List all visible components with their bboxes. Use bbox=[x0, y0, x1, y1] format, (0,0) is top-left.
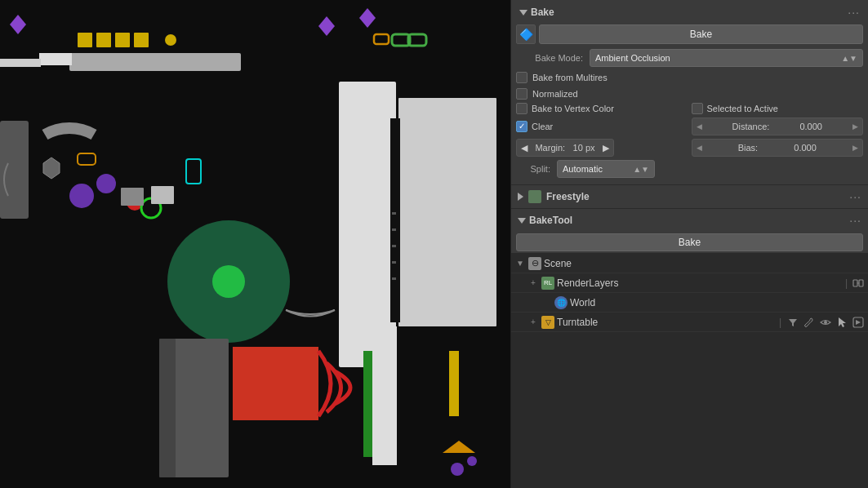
freestyle-header: Freestyle ··· bbox=[516, 187, 863, 206]
bake-mode-label: Bake Mode: bbox=[516, 53, 590, 63]
bake-to-vertex-col: Bake to Vertex Color bbox=[516, 103, 688, 114]
baketool-section: BakeTool ··· Bake bbox=[511, 209, 868, 254]
split-value: Automatic bbox=[563, 164, 603, 174]
baketool-collapse-icon[interactable] bbox=[518, 218, 526, 224]
world-icon: 🌐 bbox=[554, 296, 568, 309]
margin-col: ◀ Margin: 10 px ▶ bbox=[516, 139, 688, 157]
bake-section-header: Bake ··· bbox=[516, 3, 863, 21]
svg-rect-35 bbox=[159, 339, 176, 477]
distance-field[interactable]: ◀ Distance: 0.000 ▶ bbox=[692, 118, 864, 135]
margin-bias-row: ◀ Margin: 10 px ▶ ◀ Bias: 0.000 ▶ bbox=[516, 139, 863, 157]
selected-to-active-col: Selected to Active bbox=[692, 103, 864, 114]
svg-rect-36 bbox=[233, 347, 318, 420]
svg-rect-26 bbox=[392, 131, 398, 137]
tree-item-turntable[interactable]: + ▽ Turntable | bbox=[511, 313, 868, 332]
turntable-expand-icon[interactable]: + bbox=[527, 317, 539, 328]
freestyle-menu-dots[interactable]: ··· bbox=[849, 190, 861, 203]
svg-point-6 bbox=[165, 34, 176, 46]
margin-arrow-left-icon: ◀ bbox=[521, 143, 527, 153]
bake-icon-box: 🔷 bbox=[516, 24, 536, 44]
turntable-render-icon[interactable] bbox=[852, 316, 865, 329]
bias-label: Bias: bbox=[738, 143, 758, 153]
bake-mode-value: Ambient Occlusion bbox=[595, 53, 670, 63]
turntable-visibility-icon[interactable] bbox=[819, 316, 832, 329]
turntable-filter-icon[interactable] bbox=[786, 316, 799, 329]
svg-point-16 bbox=[96, 174, 116, 193]
svg-rect-4 bbox=[115, 33, 130, 47]
svg-point-50 bbox=[824, 321, 827, 324]
distance-value: 0.000 bbox=[799, 122, 822, 131]
split-row: Split: Automatic ▲▼ bbox=[516, 160, 863, 178]
svg-rect-21 bbox=[121, 188, 144, 206]
clear-checkbox[interactable] bbox=[516, 121, 527, 132]
scene-expand-icon[interactable]: ▼ bbox=[514, 258, 526, 269]
margin-label: Margin: bbox=[535, 143, 565, 153]
renderlayers-icon: RL bbox=[541, 277, 554, 290]
scene-label: Scene bbox=[544, 258, 865, 269]
normalized-label: Normalized bbox=[532, 89, 578, 99]
svg-rect-3 bbox=[96, 33, 111, 47]
svg-rect-29 bbox=[392, 212, 396, 215]
svg-point-41 bbox=[451, 463, 464, 476]
bake-button-row: 🔷 Bake bbox=[516, 24, 863, 44]
selected-to-active-label: Selected to Active bbox=[707, 104, 778, 113]
bake-icon: 🔷 bbox=[519, 28, 533, 41]
bake-section-title: Bake bbox=[519, 7, 554, 18]
split-label: Split: bbox=[516, 164, 557, 174]
svg-rect-37 bbox=[363, 351, 373, 457]
svg-rect-39 bbox=[372, 326, 397, 465]
bake-menu-dots[interactable]: ··· bbox=[848, 6, 860, 19]
svg-rect-47 bbox=[853, 280, 857, 286]
bake-from-multires-checkbox[interactable] bbox=[516, 72, 527, 83]
turntable-wrench-icon[interactable] bbox=[803, 316, 816, 329]
freestyle-section: Freestyle ··· bbox=[511, 185, 868, 209]
normalized-row: Normalized bbox=[516, 87, 863, 101]
distance-arrow-left-icon: ◀ bbox=[697, 122, 702, 131]
svg-rect-5 bbox=[134, 33, 149, 47]
baketool-menu-dots[interactable]: ··· bbox=[849, 214, 861, 227]
bias-col: ◀ Bias: 0.000 ▶ bbox=[692, 139, 864, 157]
bake-collapse-icon[interactable] bbox=[519, 10, 527, 16]
svg-rect-34 bbox=[171, 339, 229, 477]
svg-rect-22 bbox=[151, 186, 174, 204]
pipe-sep-1: | bbox=[845, 277, 848, 289]
bake-to-vertex-label: Bake to Vertex Color bbox=[532, 104, 614, 113]
turntable-icon: ▽ bbox=[541, 316, 554, 329]
bake-section: Bake ··· 🔷 Bake Bake Mode: Ambient Occlu… bbox=[511, 0, 868, 185]
tree-item-scene[interactable]: ▼ ⊖ Scene bbox=[511, 254, 868, 273]
svg-rect-28 bbox=[392, 163, 398, 170]
svg-rect-1 bbox=[69, 53, 241, 71]
outliner-section: ▼ ⊖ Scene + RL RenderLayers | 🌐 World bbox=[511, 254, 868, 488]
baketool-title-label: BakeTool bbox=[529, 215, 572, 226]
normalized-checkbox[interactable] bbox=[516, 88, 527, 100]
svg-point-42 bbox=[467, 456, 477, 466]
distance-label: Distance: bbox=[732, 122, 770, 131]
tree-item-renderlayers[interactable]: + RL RenderLayers | bbox=[511, 273, 868, 293]
svg-rect-43 bbox=[0, 121, 29, 219]
bake-to-vertex-checkbox[interactable] bbox=[516, 103, 527, 114]
bake-mode-arrow-icon: ▲▼ bbox=[841, 54, 857, 63]
svg-rect-2 bbox=[78, 33, 92, 47]
tree-item-world[interactable]: 🌐 World bbox=[511, 293, 868, 313]
world-expand-spacer bbox=[541, 297, 552, 308]
3d-viewport[interactable] bbox=[0, 0, 510, 488]
selected-to-active-checkbox[interactable] bbox=[692, 103, 703, 114]
clear-distance-row: Clear ◀ Distance: 0.000 ▶ bbox=[516, 118, 863, 135]
freestyle-title-label: Freestyle bbox=[546, 191, 590, 202]
bake-main-button[interactable]: Bake bbox=[539, 24, 863, 44]
bias-value: 0.000 bbox=[794, 143, 817, 153]
turntable-cursor-icon[interactable] bbox=[835, 316, 848, 329]
bake-from-multires-row: Bake from Multires bbox=[516, 70, 863, 85]
margin-field[interactable]: ◀ Margin: 10 px ▶ bbox=[516, 139, 614, 157]
margin-arrow-right-icon: ▶ bbox=[603, 143, 609, 153]
renderlayers-expand-icon[interactable]: + bbox=[527, 277, 539, 289]
freestyle-expand-icon[interactable] bbox=[518, 193, 523, 201]
baketool-bake-button[interactable]: Bake bbox=[516, 233, 863, 251]
bake-title-label: Bake bbox=[531, 7, 554, 18]
bake-mode-dropdown[interactable]: Ambient Occlusion ▲▼ bbox=[590, 49, 863, 67]
right-panel: Bake ··· 🔷 Bake Bake Mode: Ambient Occlu… bbox=[510, 0, 868, 488]
renderlayers-link-icon[interactable] bbox=[852, 277, 865, 290]
pipe-sep-2: | bbox=[779, 317, 781, 328]
bias-field[interactable]: ◀ Bias: 0.000 ▶ bbox=[692, 139, 864, 157]
split-dropdown[interactable]: Automatic ▲▼ bbox=[557, 160, 655, 178]
